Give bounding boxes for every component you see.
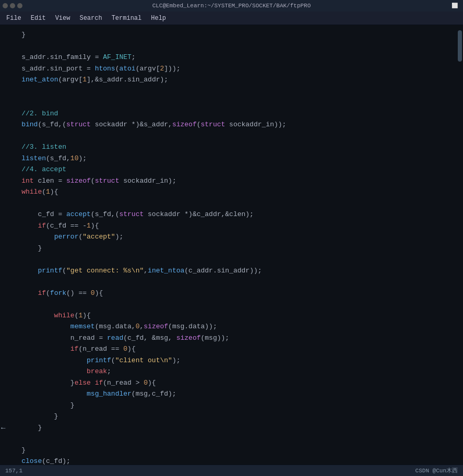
code-line: while(1){ — [0, 186, 457, 198]
code-line — [0, 276, 457, 288]
code-line: bind(s_fd,(struct sockaddr *)&s_addr,siz… — [0, 119, 457, 130]
code-line — [0, 254, 457, 265]
titlebar-title: CLC@Embed_Learn:~/SYSTEM_PRO/SOCKET/BAK/… — [152, 3, 311, 9]
titlebar: CLC@Embed_Learn:~/SYSTEM_PRO/SOCKET/BAK/… — [0, 0, 463, 11]
code-line: if(c_fd == -1){ — [0, 220, 457, 232]
code-line: memset(msg.data,0,sizeof(msg.data)); — [0, 321, 457, 332]
code-line: listen(s_fd,10); — [0, 153, 457, 164]
code-line: n_read = read(c_fd, &msg, sizeof(msg)); — [0, 332, 457, 344]
editor-container: } s_addr.sin_family = AF_INET; s_addr.si… — [0, 25, 463, 465]
scrollbar-thumb[interactable] — [458, 30, 462, 62]
code-line: close(c_fd); — [0, 456, 457, 465]
menu-view[interactable]: View — [51, 13, 75, 23]
code-line — [0, 299, 457, 310]
code-line: s_addr.sin_family = AF_INET; — [0, 52, 457, 63]
maximize-btn[interactable] — [17, 3, 22, 8]
code-line: c_fd = accept(s_fd,(struct sockaddr *)&c… — [0, 209, 457, 220]
code-line — [0, 433, 457, 445]
code-line — [0, 130, 457, 142]
code-line: } — [0, 243, 457, 254]
menu-file[interactable]: File — [2, 13, 26, 23]
statusbar: 157,1 CSDN @Cun木西 — [0, 465, 463, 476]
status-position: 157,1 — [5, 468, 22, 474]
code-line: perror("accept"); — [0, 231, 457, 243]
code-line: break; — [0, 366, 457, 377]
code-line: } — [0, 411, 457, 422]
status-info: CSDN @Cun木西 — [415, 467, 458, 474]
code-line: } — [0, 400, 457, 411]
code-line — [0, 198, 457, 209]
code-line: int clen = sizeof(struct sockaddr_in); — [0, 175, 457, 187]
code-line: } — [0, 445, 457, 456]
code-line: }else if(n_read > 0){ — [0, 377, 457, 389]
minimize-btn[interactable] — [10, 3, 15, 8]
code-line: while(1){ — [0, 310, 457, 322]
code-line: printf("client out\n"); — [0, 355, 457, 366]
menu-search[interactable]: Search — [75, 13, 106, 23]
code-line: //2. bind — [0, 108, 457, 120]
menu-edit[interactable]: Edit — [27, 13, 50, 23]
code-line: s_addr.sin_port = htons(atoi(argv[2])); — [0, 63, 457, 75]
code-line: } — [0, 29, 457, 41]
menu-terminal[interactable]: Terminal — [108, 13, 146, 23]
menubar: File Edit View Search Terminal Help — [0, 11, 463, 25]
close-btn[interactable] — [3, 3, 8, 8]
code-line: printf("get connect: %s\n",inet_ntoa(c_a… — [0, 265, 457, 277]
code-line: //3. listen — [0, 141, 457, 153]
expand-icon[interactable]: ⬜ — [452, 3, 458, 9]
code-line: if(n_read == 0){ — [0, 343, 457, 355]
code-line: msg_handler(msg,c_fd); — [0, 388, 457, 400]
code-line: inet_aton(argv[1],&s_addr.sin_addr); — [0, 74, 457, 86]
code-line — [0, 97, 457, 108]
code-line: ← } — [0, 422, 457, 434]
menu-help[interactable]: Help — [147, 13, 170, 23]
code-line — [0, 41, 457, 52]
titlebar-controls — [3, 3, 22, 8]
code-editor[interactable]: } s_addr.sin_family = AF_INET; s_addr.si… — [0, 25, 457, 465]
code-line: //4. accept — [0, 164, 457, 175]
status-right: CSDN @Cun木西 — [415, 467, 458, 474]
code-line — [0, 86, 457, 97]
scrollbar[interactable] — [457, 25, 463, 465]
code-line: if(fork() == 0){ — [0, 288, 457, 299]
